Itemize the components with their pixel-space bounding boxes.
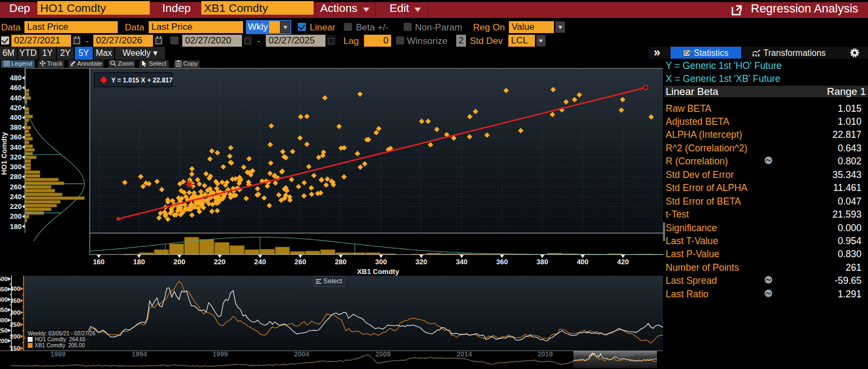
svg-text:2009: 2009 xyxy=(375,351,391,358)
svg-text:HO1 Comdty: HO1 Comdty xyxy=(0,132,8,175)
svg-text:240: 240 xyxy=(10,193,22,201)
svg-text:220: 220 xyxy=(214,258,226,266)
svg-text:1989: 1989 xyxy=(50,351,66,358)
svg-text:380: 380 xyxy=(537,258,548,266)
svg-text:440: 440 xyxy=(10,94,22,102)
svg-text:150: 150 xyxy=(10,345,20,352)
svg-text:180: 180 xyxy=(133,258,145,266)
svg-text:400: 400 xyxy=(0,296,8,303)
svg-text:300: 300 xyxy=(0,317,8,323)
svg-text:2004: 2004 xyxy=(294,351,309,358)
svg-text:360: 360 xyxy=(10,133,22,141)
svg-text:240: 240 xyxy=(254,258,266,266)
svg-text:500: 500 xyxy=(0,276,8,282)
svg-text:300: 300 xyxy=(10,309,20,316)
svg-text:400: 400 xyxy=(10,113,22,122)
svg-text:340: 340 xyxy=(456,258,468,266)
svg-text:200: 200 xyxy=(174,258,186,266)
svg-text:360: 360 xyxy=(496,258,508,266)
svg-text:160: 160 xyxy=(93,258,105,266)
svg-text:200: 200 xyxy=(10,333,20,340)
svg-text:280: 280 xyxy=(10,173,22,181)
svg-text:1999: 1999 xyxy=(213,351,228,358)
svg-text:2019: 2019 xyxy=(538,351,553,358)
svg-text:220: 220 xyxy=(10,202,22,211)
svg-text:250: 250 xyxy=(10,321,20,328)
svg-text:260: 260 xyxy=(10,183,22,191)
svg-text:480: 480 xyxy=(10,74,22,82)
svg-text:380: 380 xyxy=(10,123,22,131)
svg-text:250: 250 xyxy=(0,327,8,334)
svg-text:Y = 1.015 X + 22.817: Y = 1.015 X + 22.817 xyxy=(111,77,173,84)
svg-text:1994: 1994 xyxy=(132,351,147,358)
svg-text:340: 340 xyxy=(10,143,22,151)
svg-text:450: 450 xyxy=(0,286,8,292)
svg-text:420: 420 xyxy=(617,258,629,266)
svg-text:XB1 Comdty: XB1 Comdty xyxy=(357,268,399,276)
svg-text:280: 280 xyxy=(335,258,347,266)
svg-text:200: 200 xyxy=(10,212,22,220)
svg-text:400: 400 xyxy=(10,285,20,292)
svg-text:400: 400 xyxy=(577,258,589,266)
svg-text:180: 180 xyxy=(10,222,22,231)
svg-text:420: 420 xyxy=(10,104,22,112)
svg-text:320: 320 xyxy=(10,153,22,161)
svg-text:260: 260 xyxy=(295,258,307,266)
svg-text:460: 460 xyxy=(10,84,22,92)
svg-text:300: 300 xyxy=(10,163,22,171)
svg-text:320: 320 xyxy=(416,258,427,266)
svg-text:2024: 2024 xyxy=(619,351,634,358)
svg-text:350: 350 xyxy=(10,297,20,304)
svg-text:200: 200 xyxy=(0,338,8,344)
svg-text:350: 350 xyxy=(0,307,8,313)
svg-text:2014: 2014 xyxy=(457,351,472,358)
svg-text:300: 300 xyxy=(375,258,387,266)
